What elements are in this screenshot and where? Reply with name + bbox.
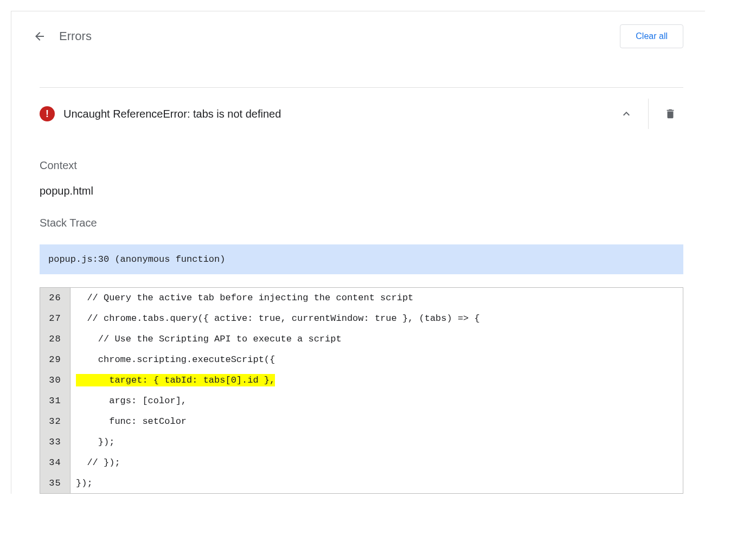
- code-content: chrome.scripting.executeScript({: [71, 350, 683, 370]
- error-message: Uncaught ReferenceError: tabs is not def…: [63, 108, 605, 120]
- collapse-chevron-icon[interactable]: [613, 101, 639, 127]
- code-line: 27 // chrome.tabs.query({ active: true, …: [40, 308, 683, 329]
- highlighted-code: target: { tabId: tabs[0].id },: [76, 374, 275, 386]
- header-left: Errors: [33, 29, 92, 43]
- stack-trace-label: Stack Trace: [40, 217, 683, 229]
- code-line: 26 // Query the active tab before inject…: [40, 288, 683, 308]
- code-line: 32 func: setColor: [40, 411, 683, 432]
- line-number: 27: [40, 308, 71, 329]
- line-number: 26: [40, 288, 71, 308]
- code-content: target: { tabId: tabs[0].id },: [71, 370, 683, 391]
- code-content: // Use the Scripting API to execute a sc…: [71, 329, 683, 350]
- code-line: 35});: [40, 473, 683, 494]
- code-snippet-table: 26 // Query the active tab before inject…: [40, 287, 683, 494]
- trash-icon[interactable]: [657, 101, 683, 127]
- context-value: popup.html: [40, 185, 683, 197]
- code-line: 31 args: [color],: [40, 391, 683, 411]
- line-number: 35: [40, 473, 71, 494]
- line-number: 32: [40, 411, 71, 432]
- header: Errors Clear all: [11, 11, 705, 61]
- line-number: 34: [40, 453, 71, 473]
- error-card: ! Uncaught ReferenceError: tabs is not d…: [40, 87, 683, 494]
- code-content: func: setColor: [71, 411, 683, 432]
- line-number: 31: [40, 391, 71, 411]
- line-number: 30: [40, 370, 71, 391]
- code-content: // chrome.tabs.query({ active: true, cur…: [71, 308, 683, 329]
- line-number: 29: [40, 350, 71, 370]
- code-line: 33 });: [40, 432, 683, 453]
- code-content: // Query the active tab before injecting…: [71, 288, 683, 308]
- divider: [648, 99, 649, 129]
- clear-all-button[interactable]: Clear all: [620, 24, 683, 48]
- error-page-container: Errors Clear all ! Uncaught ReferenceErr…: [11, 11, 705, 494]
- code-line: 34 // });: [40, 453, 683, 473]
- code-line: 29 chrome.scripting.executeScript({: [40, 350, 683, 370]
- error-header-row: ! Uncaught ReferenceError: tabs is not d…: [40, 88, 683, 140]
- code-content: // });: [71, 453, 683, 473]
- line-number: 33: [40, 432, 71, 453]
- code-line: 28 // Use the Scripting API to execute a…: [40, 329, 683, 350]
- line-number: 28: [40, 329, 71, 350]
- error-actions: [613, 99, 683, 129]
- code-content: args: [color],: [71, 391, 683, 411]
- code-line: 30 target: { tabId: tabs[0].id },: [40, 370, 683, 391]
- code-content: });: [71, 432, 683, 453]
- stack-frame[interactable]: popup.js:30 (anonymous function): [40, 244, 683, 274]
- context-label: Context: [40, 159, 683, 172]
- page-title: Errors: [59, 29, 92, 43]
- back-arrow-icon[interactable]: [33, 30, 46, 43]
- code-content: });: [71, 473, 683, 494]
- error-icon: !: [40, 106, 55, 121]
